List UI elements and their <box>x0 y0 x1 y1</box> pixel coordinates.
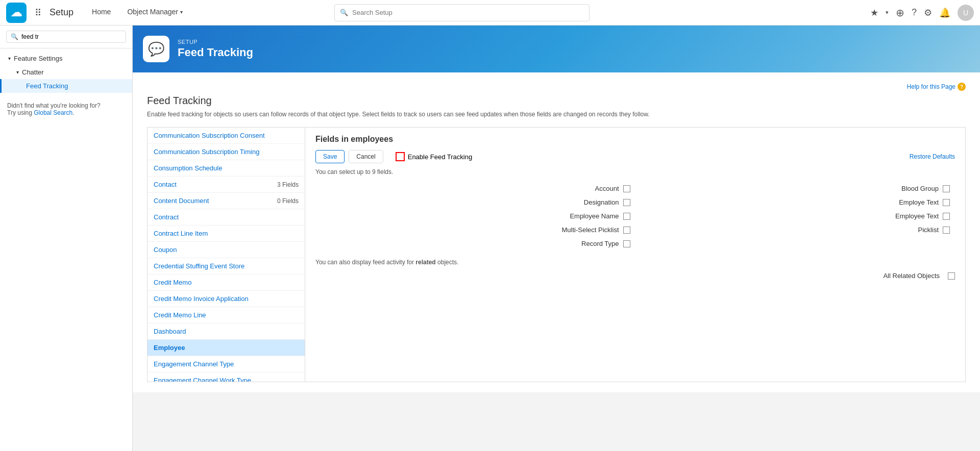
field-row-blood-group: Blood Group <box>635 182 955 195</box>
gear-icon[interactable]: ⚙ <box>924 7 932 18</box>
object-list-item[interactable]: Employee <box>148 340 305 356</box>
object-manager-label: Object Manager <box>127 8 178 16</box>
field-name-account: Account <box>595 185 619 192</box>
fields-panel: Fields in employees Save Cancel Enable F… <box>305 127 966 382</box>
bell-icon[interactable]: 🔔 <box>939 7 950 18</box>
global-search-link[interactable]: Global Search <box>34 109 72 116</box>
help-link-row: Help for this Page ? <box>147 83 966 91</box>
global-search-input[interactable] <box>352 9 584 16</box>
fields-toolbar: Save Cancel Enable Feed Tracking Restore… <box>315 150 955 163</box>
restore-defaults-button[interactable]: Restore Defaults <box>910 153 955 160</box>
object-name: Credit Memo Line <box>154 311 206 319</box>
save-button[interactable]: Save <box>315 150 345 163</box>
object-list-item[interactable]: Dashboard <box>148 323 305 340</box>
field-checkbox-picklist[interactable] <box>943 227 950 234</box>
field-name-employee-name: Employee Name <box>570 212 619 220</box>
sidebar-nav-section: ▾ Feature Settings ▾ Chatter Feed Tracki… <box>0 48 132 96</box>
field-checkbox-record-type[interactable] <box>623 240 630 247</box>
object-list-item[interactable]: Contract Line Item <box>148 225 305 242</box>
help-page-icon: ? <box>958 83 966 91</box>
favorites-icon[interactable]: ★ <box>870 7 878 18</box>
field-row-employee-text: Employee Text <box>635 209 955 223</box>
object-list-item[interactable]: Credit Memo Line <box>148 307 305 323</box>
help-link[interactable]: Help for this Page ? <box>907 83 966 91</box>
add-icon[interactable]: ⊕ <box>896 7 904 19</box>
object-list-item[interactable]: Contact3 Fields <box>148 177 305 193</box>
page-header-title: Feed Tracking <box>178 46 253 59</box>
top-navigation: ☁ ⠿ Setup Home Object Manager ▾ 🔍 ★ ▾ ⊕ … <box>0 0 980 26</box>
object-list-item[interactable]: Credential Stuffing Event Store <box>148 258 305 274</box>
field-row-designation: Designation <box>315 195 635 209</box>
related-objects-note: You can also display feed activity for r… <box>315 259 955 266</box>
object-name: Contract Line Item <box>154 230 208 237</box>
object-name: Coupon <box>154 246 177 254</box>
content-title: Feed Tracking <box>147 95 966 107</box>
salesforce-logo[interactable]: ☁ <box>6 3 27 23</box>
split-layout: Communication Subscription ConsentCommun… <box>147 127 966 382</box>
all-related-objects-label: All Related Objects <box>315 272 940 280</box>
object-list-item[interactable]: Credit Memo Invoice Application <box>148 291 305 307</box>
favorites-dropdown-icon[interactable]: ▾ <box>886 9 889 16</box>
related-row-all: All Related Objects <box>315 270 955 282</box>
global-search-bar[interactable]: 🔍 <box>334 4 590 21</box>
sidebar-search-input[interactable] <box>21 33 121 40</box>
object-list-item[interactable]: Coupon <box>148 242 305 258</box>
feed-tracking-icon: 💬 <box>148 41 164 57</box>
field-checkbox-multi-select-picklist[interactable] <box>623 227 630 234</box>
field-name-designation: Designation <box>584 198 619 206</box>
sidebar-item-chatter[interactable]: ▾ Chatter <box>0 65 132 79</box>
object-name: Communication Subscription Timing <box>154 148 259 156</box>
field-checkbox-employee-text[interactable] <box>943 213 950 220</box>
fields-panel-title: Fields in employees <box>315 135 955 144</box>
object-list-item[interactable]: Contract <box>148 209 305 225</box>
object-list-item[interactable]: Communication Subscription Consent <box>148 128 305 144</box>
search-icon: 🔍 <box>340 9 348 16</box>
object-list-item[interactable]: Content Document0 Fields <box>148 193 305 209</box>
enable-feed-tracking-checkbox[interactable] <box>396 152 405 161</box>
object-list-container: Communication Subscription ConsentCommun… <box>148 128 305 382</box>
sidebar-search-inner[interactable]: 🔍 <box>6 31 126 43</box>
object-list-item[interactable]: Consumption Schedule <box>148 160 305 177</box>
chatter-arrow: ▾ <box>16 69 19 75</box>
field-checkbox-employe-text[interactable] <box>943 199 950 206</box>
field-row-picklist: Picklist <box>635 223 955 237</box>
field-name-multi-select-picklist: Multi-Select Picklist <box>562 226 619 234</box>
enable-tracking-group: Enable Feed Tracking <box>396 152 472 161</box>
help-link-text: Help for this Page <box>907 83 955 90</box>
field-row-employee-name: Employee Name <box>315 209 635 223</box>
sidebar-item-feed-tracking[interactable]: Feed Tracking <box>0 79 132 93</box>
all-related-objects-checkbox[interactable] <box>948 272 955 280</box>
object-list-item[interactable]: Communication Subscription Timing <box>148 144 305 160</box>
field-checkbox-designation[interactable] <box>623 199 630 206</box>
object-name: Communication Subscription Consent <box>154 132 265 139</box>
page-header: 💬 SETUP Feed Tracking <box>133 26 980 72</box>
object-list-item[interactable]: Engagement Channel Work Type <box>148 372 305 382</box>
field-checkbox-blood-group[interactable] <box>943 185 950 192</box>
tab-home[interactable]: Home <box>84 0 119 26</box>
user-avatar[interactable]: U <box>958 5 974 21</box>
object-name: Credential Stuffing Event Store <box>154 262 244 270</box>
setup-sub-label: SETUP <box>178 39 253 45</box>
field-name-blood-group: Blood Group <box>901 185 939 192</box>
tab-object-manager[interactable]: Object Manager ▾ <box>119 0 191 26</box>
main-layout: 🔍 ▾ Feature Settings ▾ Chatter Feed Trac… <box>0 26 980 451</box>
sidebar-item-feature-settings[interactable]: ▾ Feature Settings <box>0 52 132 65</box>
fields-left-column: Account Designation Employee Name <box>315 182 635 250</box>
field-checkbox-account[interactable] <box>623 185 630 192</box>
cancel-button[interactable]: Cancel <box>349 150 383 163</box>
field-name-employe-text: Employe Text <box>899 198 939 206</box>
related-objects-section: You can also display feed activity for r… <box>315 259 955 282</box>
main-nav-tabs: Home Object Manager ▾ <box>84 0 191 26</box>
cloud-icon: ☁ <box>11 6 22 19</box>
object-name: Credit Memo <box>154 279 191 286</box>
help-icon[interactable]: ? <box>912 7 917 18</box>
content-area: Help for this Page ? Feed Tracking Enabl… <box>133 72 980 392</box>
object-name: Consumption Schedule <box>154 164 222 172</box>
field-checkbox-employee-name[interactable] <box>623 213 630 220</box>
object-list-item[interactable]: Engagement Channel Type <box>148 356 305 372</box>
object-list-item[interactable]: Credit Memo <box>148 274 305 291</box>
app-grid-icon[interactable]: ⠿ <box>35 7 41 18</box>
field-name-picklist: Picklist <box>918 226 939 234</box>
field-row-account: Account <box>315 182 635 195</box>
page-header-icon: 💬 <box>143 36 169 62</box>
